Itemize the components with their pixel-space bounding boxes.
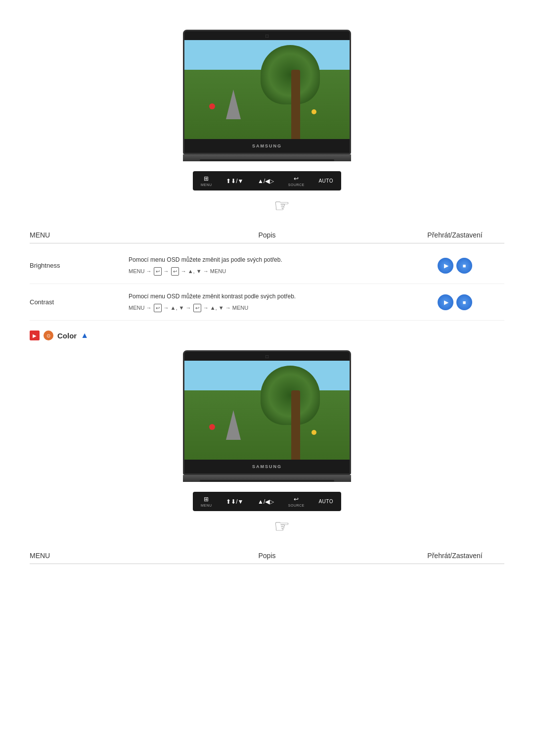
arrows-icon-2: ▲/◀▷ bbox=[258, 498, 274, 505]
samsung-logo-2: SAMSUNG bbox=[252, 464, 282, 469]
brightness-menu-path: MENU → ↩ → ↩ → ▲, ▼ → MENU bbox=[129, 267, 405, 276]
arrows-control: ▲/◀▷ bbox=[258, 178, 274, 185]
monitor-bottom-bar-1: SAMSUNG bbox=[184, 139, 350, 153]
control-bar-2: ⊞ MENU ⬆⬇/▼ ▲/◀▷ ↩ SOURCE AUTO bbox=[193, 492, 341, 511]
contrast-desc-text: Pomocí menu OSD můžete změnit kontrast p… bbox=[129, 293, 296, 300]
garden-scene-1 bbox=[184, 40, 350, 139]
monitor-frame-1: SAMSUNG bbox=[183, 30, 351, 154]
color-title: Color bbox=[57, 331, 77, 340]
hand-pointer-1: ☞ bbox=[274, 195, 290, 216]
color-badge-orange bbox=[44, 331, 53, 340]
updown-icon-2: ⬆⬇/▼ bbox=[226, 498, 243, 505]
header2-popis: Popis bbox=[129, 552, 405, 560]
monitor-section-1: SAMSUNG ⊞ MENU ⬆⬇/▼ ▲/◀▷ ↩ SOURCE AUTO bbox=[30, 30, 504, 216]
brightness-desc-text: Pomocí menu OSD můžete změnit jas podle … bbox=[129, 256, 282, 263]
header2-menu: MENU bbox=[30, 552, 129, 560]
enter-box-3: ↩ bbox=[154, 304, 162, 312]
header-popis: Popis bbox=[129, 231, 405, 239]
source-icon-2: ↩ bbox=[294, 496, 299, 503]
updown-control-2: ⬆⬇/▼ bbox=[226, 498, 243, 505]
brightness-controls bbox=[405, 258, 504, 274]
enter-box-1: ↩ bbox=[154, 267, 162, 276]
monitor-top-bar-2 bbox=[184, 352, 350, 361]
samsung-logo-1: SAMSUNG bbox=[252, 143, 282, 148]
brightness-label: Brightness bbox=[30, 262, 129, 269]
table-section-2: MENU Popis Přehrát/Zastavení bbox=[30, 552, 504, 564]
hand-icon-2: ☞ bbox=[274, 516, 290, 536]
contrast-stop-button[interactable] bbox=[456, 294, 472, 310]
tree-trunk-1 bbox=[291, 70, 300, 139]
arrows-icon: ▲/◀▷ bbox=[258, 178, 274, 185]
control-bar-1: ⊞ MENU ⬆⬇/▼ ▲/◀▷ ↩ SOURCE AUTO bbox=[193, 171, 341, 190]
updown-control: ⬆⬇/▼ bbox=[226, 178, 243, 185]
menu-label: MENU bbox=[201, 183, 212, 187]
header2-play: Přehrát/Zastavení bbox=[405, 552, 504, 560]
monitor-screen-2 bbox=[184, 361, 350, 460]
brightness-row: Brightness Pomocí menu OSD můžete změnit… bbox=[30, 247, 504, 284]
auto-label-2: AUTO bbox=[318, 499, 333, 504]
flower-yellow-1 bbox=[312, 109, 316, 114]
monitor-section-2: SAMSUNG ⊞ MENU ⬆⬇/▼ ▲/◀▷ ↩ SOURCE AUTO bbox=[30, 350, 504, 537]
flower-red-2 bbox=[209, 424, 215, 430]
color-up-arrow: ▲ bbox=[81, 331, 89, 340]
monitor-stand-1 bbox=[183, 154, 351, 161]
garden-scene-2 bbox=[184, 361, 350, 460]
source-control-2: ↩ SOURCE bbox=[288, 496, 305, 507]
contrast-menu-path: MENU → ↩ → ▲, ▼ → ↩ → ▲, ▼ → MENU bbox=[129, 304, 405, 312]
monitor-bottom-bar-2: SAMSUNG bbox=[184, 460, 350, 473]
source-label: SOURCE bbox=[288, 183, 305, 187]
table-header-1: MENU Popis Přehrát/Zastavení bbox=[30, 231, 504, 243]
contrast-play-button[interactable] bbox=[438, 294, 453, 310]
auto-control: AUTO bbox=[318, 178, 333, 184]
brightness-description: Pomocí menu OSD můžete změnit jas podle … bbox=[129, 255, 405, 276]
monitor-top-bar-1 bbox=[184, 31, 350, 40]
menu-icon-2: ⊞ bbox=[204, 496, 209, 503]
enter-box-4: ↩ bbox=[193, 304, 201, 312]
auto-label: AUTO bbox=[318, 178, 333, 184]
pagoda-2 bbox=[226, 410, 241, 440]
contrast-row: Contrast Pomocí menu OSD můžete změnit k… bbox=[30, 284, 504, 321]
page-content: SAMSUNG ⊞ MENU ⬆⬇/▼ ▲/◀▷ ↩ SOURCE AUTO bbox=[0, 0, 534, 598]
contrast-description: Pomocí menu OSD můžete změnit kontrast p… bbox=[129, 292, 405, 312]
flower-yellow-2 bbox=[312, 430, 316, 435]
hand-pointer-2: ☞ bbox=[274, 516, 290, 537]
monitor-stand-2 bbox=[183, 475, 351, 482]
header-menu: MENU bbox=[30, 231, 129, 239]
hand-icon-1: ☞ bbox=[274, 195, 290, 216]
contrast-controls bbox=[405, 294, 504, 310]
menu-icon: ⊞ bbox=[204, 175, 209, 182]
flower-red-1 bbox=[209, 103, 215, 109]
arrows-control-2: ▲/◀▷ bbox=[258, 498, 274, 505]
color-badge-red bbox=[30, 331, 40, 340]
source-icon: ↩ bbox=[294, 175, 299, 182]
source-label-2: SOURCE bbox=[288, 504, 305, 507]
tree-canopy-2 bbox=[261, 366, 320, 425]
enter-box-2: ↩ bbox=[171, 267, 179, 276]
brightness-stop-button[interactable] bbox=[456, 258, 472, 274]
source-control: ↩ SOURCE bbox=[288, 175, 305, 187]
monitor-wrapper-1: SAMSUNG bbox=[183, 30, 351, 161]
header-play: Přehrát/Zastavení bbox=[405, 231, 504, 239]
menu-control-2: ⊞ MENU bbox=[201, 496, 212, 507]
pagoda-1 bbox=[226, 90, 241, 119]
menu-label-2: MENU bbox=[201, 504, 212, 507]
tree-canopy-1 bbox=[261, 45, 320, 104]
monitor-screen-1 bbox=[184, 40, 350, 139]
contrast-label: Contrast bbox=[30, 298, 129, 306]
color-section-header: Color ▲ bbox=[30, 331, 504, 340]
auto-control-2: AUTO bbox=[318, 499, 333, 504]
updown-icon: ⬆⬇/▼ bbox=[226, 178, 243, 185]
table-header-2: MENU Popis Přehrát/Zastavení bbox=[30, 552, 504, 564]
table-section-1: MENU Popis Přehrát/Zastavení Brightness … bbox=[30, 231, 504, 321]
menu-control: ⊞ MENU bbox=[201, 175, 212, 187]
monitor-wrapper-2: SAMSUNG bbox=[183, 350, 351, 482]
brightness-play-button[interactable] bbox=[438, 258, 453, 274]
tree-trunk-2 bbox=[291, 390, 300, 460]
monitor-frame-2: SAMSUNG bbox=[183, 350, 351, 475]
